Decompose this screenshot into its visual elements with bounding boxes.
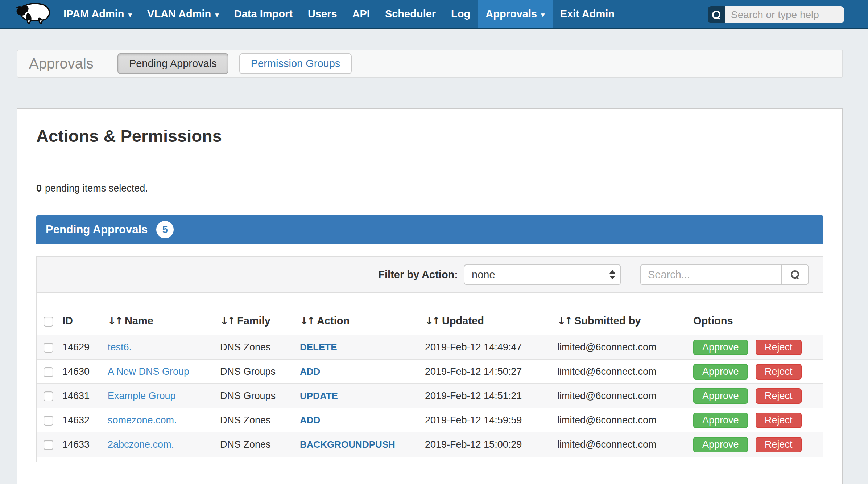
select-stepper-icon xyxy=(609,270,615,279)
row-name-cell: A New DNS Group xyxy=(106,360,218,384)
selected-count-line: 0pending items selected. xyxy=(36,183,823,194)
row-name-link[interactable]: Example Group xyxy=(108,390,176,401)
navbar-menu: IPAM Admin▾VLAN Admin▾Data ImportUsersAP… xyxy=(56,0,622,28)
table-search xyxy=(640,264,809,285)
tab-pending-approvals[interactable]: Pending Approvals xyxy=(117,53,228,74)
table-search-input[interactable] xyxy=(640,264,781,285)
nav-item-users[interactable]: Users xyxy=(300,0,345,28)
row-checkbox[interactable] xyxy=(44,391,53,401)
nav-item-vlan-admin[interactable]: VLAN Admin▾ xyxy=(140,0,227,28)
sort-icon: ↓↑ xyxy=(220,315,234,327)
row-submitted-by: limited@6connect.com xyxy=(555,432,691,457)
row-family: DNS Zones xyxy=(218,335,298,360)
table-header-row: ID ↓↑Name ↓↑Family ↓↑Action ↓↑Updated ↓↑… xyxy=(37,293,823,335)
global-search-button[interactable] xyxy=(708,6,725,23)
pending-approvals-table: ID ↓↑Name ↓↑Family ↓↑Action ↓↑Updated ↓↑… xyxy=(37,293,823,457)
chevron-down-icon: ▾ xyxy=(541,9,545,19)
row-action: UPDATE xyxy=(298,384,423,408)
sort-icon: ↓↑ xyxy=(425,315,439,327)
approve-button[interactable]: Approve xyxy=(693,437,748,452)
nav-item-exit-admin[interactable]: Exit Admin xyxy=(553,0,622,28)
global-search-input[interactable] xyxy=(725,6,844,23)
row-submitted-by: limited@6connect.com xyxy=(555,360,691,384)
nav-item-ipam-admin[interactable]: IPAM Admin▾ xyxy=(56,0,140,28)
approve-button[interactable]: Approve xyxy=(693,364,748,380)
select-all-checkbox[interactable] xyxy=(44,317,53,327)
nav-item-data-import[interactable]: Data Import xyxy=(227,0,300,28)
pending-approvals-table-container: Filter by Action: none xyxy=(36,256,823,462)
row-checkbox-cell xyxy=(37,432,60,457)
nav-item-label: VLAN Admin xyxy=(147,8,211,20)
row-options-cell: Approve Reject xyxy=(691,432,823,457)
sort-icon: ↓↑ xyxy=(557,315,571,327)
row-action: ADD xyxy=(298,360,423,384)
column-header-family[interactable]: ↓↑Family xyxy=(218,293,298,335)
nav-item-label: Approvals xyxy=(485,8,537,20)
row-updated: 2019-Feb-12 14:59:59 xyxy=(423,408,555,432)
approvals-subheader: Approvals Pending Approvals Permission G… xyxy=(17,50,843,78)
row-checkbox-cell xyxy=(37,384,60,408)
nav-item-scheduler[interactable]: Scheduler xyxy=(377,0,443,28)
page-title: Actions & Permissions xyxy=(36,126,823,146)
row-id: 14633 xyxy=(60,432,106,457)
selected-count: 0 xyxy=(36,183,42,194)
approve-button[interactable]: Approve xyxy=(693,388,748,404)
reject-button[interactable]: Reject xyxy=(756,388,802,404)
search-icon xyxy=(791,270,799,279)
approve-button[interactable]: Approve xyxy=(693,340,748,355)
tab-permission-groups[interactable]: Permission Groups xyxy=(239,53,352,74)
row-family: DNS Groups xyxy=(218,360,298,384)
row-updated: 2019-Feb-12 14:50:27 xyxy=(423,360,555,384)
table-row: 14632 somezone.com. DNS Zones ADD 2019-F… xyxy=(37,408,823,432)
row-updated: 2019-Feb-12 15:00:29 xyxy=(423,432,555,457)
row-submitted-by: limited@6connect.com xyxy=(555,408,691,432)
nav-item-label: Exit Admin xyxy=(560,8,615,20)
select-all-cell xyxy=(37,293,60,335)
row-checkbox[interactable] xyxy=(44,416,53,426)
provision-logo[interactable] xyxy=(0,0,56,28)
section-title: Approvals xyxy=(29,56,94,72)
row-name-link[interactable]: test6. xyxy=(108,342,132,353)
row-checkbox[interactable] xyxy=(44,367,53,377)
row-family: DNS Groups xyxy=(218,384,298,408)
approve-button[interactable]: Approve xyxy=(693,413,748,428)
reject-button[interactable]: Reject xyxy=(756,340,802,355)
table-area: ID ↓↑Name ↓↑Family ↓↑Action ↓↑Updated ↓↑… xyxy=(37,293,823,462)
table-row: 14629 test6. DNS Zones DELETE 2019-Feb-1… xyxy=(37,335,823,360)
nav-item-log[interactable]: Log xyxy=(443,0,478,28)
reject-button[interactable]: Reject xyxy=(756,437,802,452)
row-updated: 2019-Feb-12 14:49:47 xyxy=(423,335,555,360)
row-action: BACKGROUNDPUSH xyxy=(298,432,423,457)
row-options-cell: Approve Reject xyxy=(691,360,823,384)
row-checkbox-cell xyxy=(37,335,60,360)
row-id: 14629 xyxy=(60,335,106,360)
row-name-cell: Example Group xyxy=(106,384,218,408)
panel-title: Pending Approvals xyxy=(46,223,148,236)
reject-button[interactable]: Reject xyxy=(756,413,802,428)
table-search-button[interactable] xyxy=(781,264,809,285)
row-checkbox[interactable] xyxy=(44,343,53,353)
filter-action-select[interactable]: none xyxy=(464,264,621,285)
row-id: 14630 xyxy=(60,360,106,384)
pending-approvals-panel-header: Pending Approvals 5 xyxy=(36,215,823,244)
column-header-submitted-by[interactable]: ↓↑Submitted by xyxy=(555,293,691,335)
row-name-link[interactable]: 2abczone.com. xyxy=(108,439,174,450)
table-row: 14631 Example Group DNS Groups UPDATE 20… xyxy=(37,384,823,408)
reject-button[interactable]: Reject xyxy=(756,364,802,380)
filter-action-selected-value: none xyxy=(472,269,495,281)
column-header-updated[interactable]: ↓↑Updated xyxy=(423,293,555,335)
nav-item-label: IPAM Admin xyxy=(63,8,124,20)
nav-item-label: Log xyxy=(451,8,470,20)
global-search xyxy=(708,6,844,23)
row-submitted-by: limited@6connect.com xyxy=(555,335,691,360)
table-row: 14633 2abczone.com. DNS Zones BACKGROUND… xyxy=(37,432,823,457)
row-name-link[interactable]: somezone.com. xyxy=(108,415,177,426)
nav-item-api[interactable]: API xyxy=(345,0,377,28)
row-name-link[interactable]: A New DNS Group xyxy=(108,366,189,377)
row-checkbox[interactable] xyxy=(44,440,53,450)
column-header-name[interactable]: ↓↑Name xyxy=(106,293,218,335)
column-header-options: Options xyxy=(691,293,823,335)
selected-text: pending items selected. xyxy=(45,183,148,194)
column-header-action[interactable]: ↓↑Action xyxy=(298,293,423,335)
nav-item-approvals[interactable]: Approvals▾ xyxy=(478,0,552,28)
